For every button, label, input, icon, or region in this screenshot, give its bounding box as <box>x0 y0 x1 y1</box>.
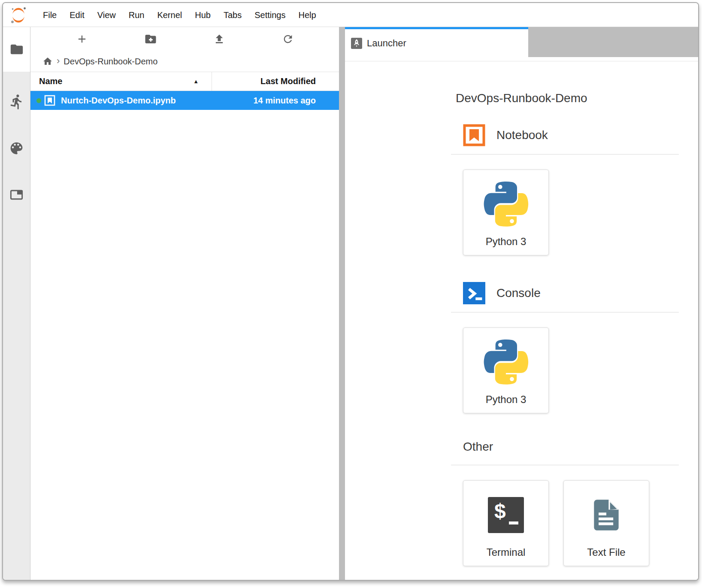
sidebar-item-commands[interactable] <box>3 139 30 157</box>
breadcrumb-folder[interactable]: DevOps-Runbook-Demo <box>64 57 157 67</box>
sidebar-item-tabs[interactable] <box>3 186 30 203</box>
launcher-cwd-title: DevOps-Runbook-Demo <box>456 91 679 105</box>
upload-button[interactable] <box>185 30 254 48</box>
menu-tabs[interactable]: Tabs <box>217 3 248 27</box>
section-label-other: Other <box>463 440 493 454</box>
launcher-panel: Launcher DevOps-Runbook-Demo Notebook <box>345 27 698 580</box>
python-logo <box>484 339 529 385</box>
activity-sidebar <box>3 27 30 580</box>
column-header-name[interactable]: Name ▲ <box>30 72 212 91</box>
sidebar-item-running[interactable] <box>3 93 30 110</box>
breadcrumb-separator: › <box>57 55 60 67</box>
notebook-file-icon <box>44 95 55 106</box>
launcher-card-console-python3[interactable]: Python 3 <box>463 327 549 413</box>
menu-run[interactable]: Run <box>122 3 151 27</box>
refresh-icon <box>282 33 294 45</box>
menu-hub[interactable]: Hub <box>188 3 217 27</box>
card-label-python3: Python 3 <box>486 394 526 406</box>
file-list-header: Name ▲ Last Modified <box>30 72 339 91</box>
kernel-running-dot <box>36 98 41 103</box>
menu-settings[interactable]: Settings <box>248 3 292 27</box>
terminal-icon: $ <box>488 497 524 533</box>
card-label-terminal: Terminal <box>487 546 526 558</box>
file-list-empty-area <box>30 110 339 580</box>
menu-edit[interactable]: Edit <box>63 3 91 27</box>
refresh-button[interactable] <box>254 30 322 48</box>
upload-icon <box>213 33 225 45</box>
sidebar-item-files[interactable] <box>3 27 30 72</box>
palette-icon <box>9 140 24 156</box>
menu-help[interactable]: Help <box>292 3 322 27</box>
new-folder-button[interactable] <box>116 30 185 48</box>
new-launcher-button[interactable] <box>48 30 116 48</box>
menu-kernel[interactable]: Kernel <box>151 3 188 27</box>
file-browser-panel: › DevOps-Runbook-Demo Name ▲ Last Modifi… <box>30 27 339 580</box>
launcher-section-other: Other $ Terminal <box>451 440 679 566</box>
tab-bar-gap <box>345 57 698 61</box>
menu-bar: File Edit View Run Kernel Hub Tabs Setti… <box>3 3 698 27</box>
card-label-python3: Python 3 <box>486 236 526 248</box>
running-man-icon <box>9 94 25 110</box>
console-blue-icon <box>463 282 485 304</box>
column-header-last-modified[interactable]: Last Modified <box>212 76 339 86</box>
name-column-label: Name <box>39 76 193 86</box>
new-folder-icon <box>144 33 157 45</box>
python-logo <box>484 182 529 227</box>
folder-icon <box>9 42 24 57</box>
file-browser-toolbar <box>30 27 339 51</box>
text-file-icon <box>588 497 625 533</box>
tabs-icon <box>9 187 24 202</box>
section-label-notebook: Notebook <box>496 128 548 142</box>
file-last-modified: 14 minutes ago <box>253 96 339 106</box>
panel-resize-handle[interactable] <box>339 27 345 580</box>
launcher-card-text-file[interactable]: Text File <box>563 480 649 566</box>
section-label-console: Console <box>496 286 541 300</box>
dock-tab-bar: Launcher <box>345 27 698 57</box>
plus-icon <box>76 33 88 45</box>
launcher-content: DevOps-Runbook-Demo Notebook <box>345 61 698 580</box>
launcher-card-terminal[interactable]: $ Terminal <box>463 480 549 566</box>
jupyterlab-window: File Edit View Run Kernel Hub Tabs Setti… <box>2 2 699 581</box>
menu-file[interactable]: File <box>36 3 63 27</box>
section-divider <box>451 465 679 465</box>
launcher-card-notebook-python3[interactable]: Python 3 <box>463 170 549 255</box>
jupyter-logo-icon <box>9 6 28 24</box>
sort-ascending-icon: ▲ <box>193 78 199 85</box>
file-name: Nurtch-DevOps-Demo.ipynb <box>61 96 253 106</box>
section-divider <box>451 154 679 155</box>
menu-view[interactable]: View <box>91 3 122 27</box>
launcher-section-console: Console <box>451 282 679 413</box>
home-icon[interactable] <box>42 56 53 67</box>
notebook-orange-icon <box>463 124 485 146</box>
tab-launcher-label: Launcher <box>367 38 406 49</box>
section-divider <box>451 312 679 312</box>
launcher-section-notebook: Notebook <box>451 124 679 255</box>
launcher-rocket-icon <box>351 38 362 49</box>
file-row-selected[interactable]: Nurtch-DevOps-Demo.ipynb 14 minutes ago <box>30 91 339 110</box>
tab-launcher[interactable]: Launcher <box>345 27 528 57</box>
breadcrumb: › DevOps-Runbook-Demo <box>30 51 339 72</box>
card-label-text-file: Text File <box>587 546 625 558</box>
